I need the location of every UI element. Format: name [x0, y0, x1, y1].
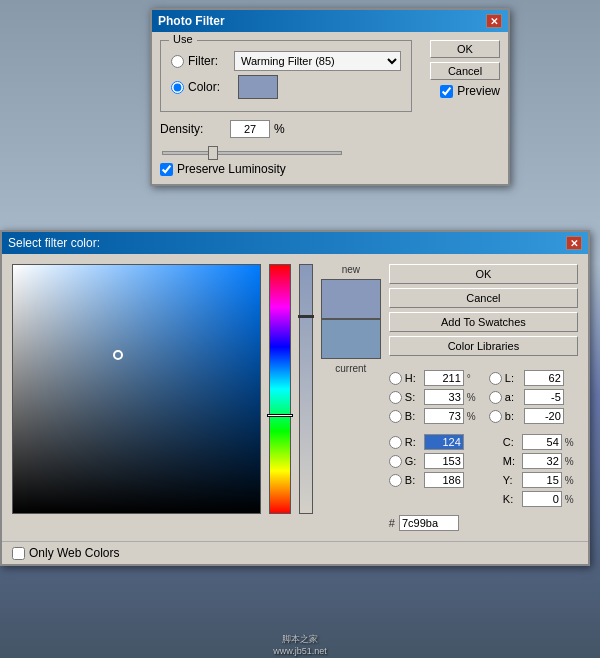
l-field-row: L: [489, 370, 579, 386]
add-to-swatches-button[interactable]: Add To Swatches [389, 312, 578, 332]
c-field-row: C: % [489, 434, 579, 450]
filter-radio-label: Filter: [188, 54, 228, 68]
b-unit: % [467, 411, 481, 422]
b-field-row: B: % [389, 408, 481, 424]
cp-titlebar: Select filter color: ✕ [2, 232, 588, 254]
b2-radio[interactable] [389, 474, 402, 487]
hex-row: # [389, 515, 578, 531]
s-input[interactable] [424, 389, 464, 405]
r-radio[interactable] [389, 436, 402, 449]
b-radio[interactable] [389, 410, 402, 423]
color-swatches-stack [321, 279, 381, 359]
b2-field-row: B: [389, 472, 481, 488]
preserve-checkbox[interactable] [160, 163, 173, 176]
current-color-swatch[interactable] [321, 319, 381, 359]
color-fields: H: ° S: % B: [389, 370, 578, 507]
m-field-row: M: % [489, 453, 579, 469]
r-label: R: [405, 436, 421, 448]
s-label: S: [405, 391, 421, 403]
pf-right-panel: OK Cancel Preview [420, 40, 500, 176]
a-radio[interactable] [489, 391, 502, 404]
cp-bottom-bar: Only Web Colors [2, 541, 588, 564]
r-input[interactable] [424, 434, 464, 450]
l-radio[interactable] [489, 372, 502, 385]
color-radio[interactable] [171, 81, 184, 94]
preview-checkbox[interactable] [440, 85, 453, 98]
only-web-colors-label: Only Web Colors [29, 546, 119, 560]
color-picker-cursor [113, 350, 123, 360]
m-unit: % [565, 456, 579, 467]
filter-radio-row: Filter: Warming Filter (85) [171, 51, 401, 71]
g-input[interactable] [424, 453, 464, 469]
cp-ok-button[interactable]: OK [389, 264, 578, 284]
a-input[interactable] [524, 389, 564, 405]
k-input[interactable] [522, 491, 562, 507]
density-input[interactable] [230, 120, 270, 138]
color-libraries-button[interactable]: Color Libraries [389, 336, 578, 356]
g-field-row: G: [389, 453, 481, 469]
b2-input[interactable] [424, 472, 464, 488]
color-picker-dialog: Select filter color: ✕ new current [0, 230, 590, 566]
hex-label: # [389, 517, 395, 529]
density-unit: % [274, 122, 285, 136]
h-radio[interactable] [389, 372, 402, 385]
h-label: H: [405, 372, 421, 384]
g-radio[interactable] [389, 455, 402, 468]
m-input[interactable] [522, 453, 562, 469]
m-label: M: [503, 455, 519, 467]
pf-cancel-button[interactable]: Cancel [430, 62, 500, 80]
y-label: Y: [503, 474, 519, 486]
c-unit: % [565, 437, 579, 448]
filter-dropdown[interactable]: Warming Filter (85) [234, 51, 401, 71]
h-unit: ° [467, 373, 481, 384]
photo-filter-titlebar: Photo Filter ✕ [152, 10, 508, 32]
cp-cancel-button[interactable]: Cancel [389, 288, 578, 308]
b3-input[interactable] [524, 408, 564, 424]
pf-ok-button[interactable]: OK [430, 40, 500, 58]
density-slider[interactable] [162, 151, 342, 155]
c-input[interactable] [522, 434, 562, 450]
preserve-row: Preserve Luminosity [160, 162, 412, 176]
new-color-swatch[interactable] [321, 279, 381, 319]
hex-input[interactable] [399, 515, 459, 531]
only-web-colors-checkbox[interactable] [12, 547, 25, 560]
new-label: new [342, 264, 360, 275]
color-radio-row: Color: [171, 75, 401, 99]
color-gradient-picker[interactable] [12, 264, 261, 514]
alpha-indicator [298, 315, 314, 318]
filter-radio[interactable] [171, 55, 184, 68]
s-field-row: S: % [389, 389, 481, 405]
y-input[interactable] [522, 472, 562, 488]
h-input[interactable] [424, 370, 464, 386]
pf-left-panel: Use Filter: Warming Filter (85) Color: [160, 40, 412, 176]
density-row: Density: % [160, 120, 412, 138]
b2-label: B: [405, 474, 421, 486]
b3-field-row: b: [489, 408, 579, 424]
g-label: G: [405, 455, 421, 467]
a-field-row: a: [489, 389, 579, 405]
photo-filter-body: Use Filter: Warming Filter (85) Color: [152, 32, 508, 184]
density-slider-container [160, 144, 412, 158]
watermark-line2: www.jb51.net [273, 646, 327, 656]
hue-gradient [270, 265, 290, 513]
use-group-label: Use [169, 33, 197, 45]
right-fields-col: L: a: b: [489, 370, 579, 507]
current-label: current [335, 363, 366, 374]
preserve-label: Preserve Luminosity [177, 162, 286, 176]
b3-radio[interactable] [489, 410, 502, 423]
left-fields-col: H: ° S: % B: [389, 370, 481, 507]
photo-filter-close-button[interactable]: ✕ [486, 14, 502, 28]
color-preview-section: new current [321, 264, 381, 531]
hue-slider[interactable] [269, 264, 291, 514]
l-input[interactable] [524, 370, 564, 386]
alpha-slider[interactable] [299, 264, 313, 514]
c-label: C: [503, 436, 519, 448]
color-radio-label: Color: [188, 80, 228, 94]
cp-close-button[interactable]: ✕ [566, 236, 582, 250]
cp-body: new current OK Cancel Add To Swatches Co… [2, 254, 588, 541]
b-input[interactable] [424, 408, 464, 424]
preview-row: Preview [440, 84, 500, 98]
s-radio[interactable] [389, 391, 402, 404]
a-label: a: [505, 391, 521, 403]
pf-color-swatch[interactable] [238, 75, 278, 99]
